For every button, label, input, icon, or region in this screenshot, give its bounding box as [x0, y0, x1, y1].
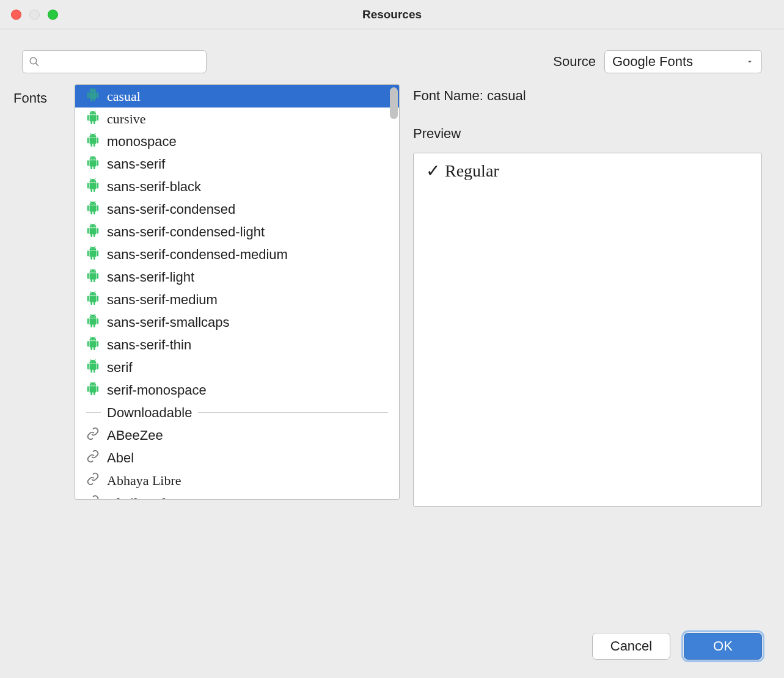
svg-line-1 — [36, 64, 38, 66]
source-label: Source — [553, 54, 596, 70]
font-item[interactable]: sans-serif-smallcaps — [75, 311, 399, 334]
minimize-window-button[interactable] — [29, 9, 40, 20]
font-item-label: Abel — [107, 450, 134, 466]
separator-line — [86, 412, 101, 413]
font-item[interactable]: Abril Fatface — [75, 492, 399, 499]
font-item-label: cursive — [107, 111, 146, 127]
android-icon — [86, 133, 100, 150]
font-item[interactable]: sans-serif-medium — [75, 288, 399, 311]
android-icon — [86, 314, 100, 331]
font-item-label: sans-serif-light — [107, 269, 194, 285]
fonts-section-label: Fonts — [13, 84, 61, 507]
link-icon — [86, 427, 100, 444]
toolbar: Source Google Fonts — [0, 29, 784, 84]
font-item[interactable]: sans-serif-light — [75, 266, 399, 288]
source-select[interactable]: Google Fonts — [604, 50, 762, 73]
font-item[interactable]: sans-serif-black — [75, 175, 399, 198]
android-icon — [86, 156, 100, 173]
source-control: Source Google Fonts — [553, 50, 762, 73]
link-icon — [86, 495, 100, 500]
font-name-label: Font Name: — [413, 88, 483, 103]
ok-button[interactable]: OK — [684, 633, 762, 660]
traffic-lights — [11, 9, 58, 20]
font-list: casualcursivemonospacesans-serifsans-ser… — [75, 84, 400, 500]
window-title: Resources — [0, 8, 784, 21]
search-input[interactable] — [43, 56, 200, 68]
font-list-scroll[interactable]: casualcursivemonospacesans-serifsans-ser… — [75, 85, 399, 499]
svg-point-0 — [30, 57, 37, 64]
check-icon: ✓ — [426, 161, 440, 181]
font-item[interactable]: Abhaya Libre — [75, 469, 399, 492]
font-item[interactable]: Abel — [75, 447, 399, 469]
android-icon — [86, 291, 100, 308]
android-icon — [86, 359, 100, 376]
cancel-button[interactable]: Cancel — [592, 633, 670, 660]
font-item-label: sans-serif-smallcaps — [107, 315, 230, 330]
android-icon — [86, 382, 100, 399]
android-icon — [86, 337, 100, 354]
font-item-label: sans-serif-thin — [107, 337, 191, 353]
preview-item[interactable]: ✓ Regular — [426, 161, 749, 181]
section-separator: Downloadable — [75, 401, 399, 424]
font-item-label: sans-serif-condensed-medium — [107, 247, 288, 263]
font-item-label: sans-serif-condensed-light — [107, 224, 265, 240]
font-item-label: sans-serif-medium — [107, 292, 218, 308]
font-item[interactable]: serif-monospace — [75, 379, 399, 401]
link-icon — [86, 472, 100, 489]
separator-line — [198, 412, 388, 413]
font-item[interactable]: sans-serif-thin — [75, 334, 399, 356]
font-item-label: monospace — [107, 134, 177, 150]
android-icon — [86, 178, 100, 195]
maximize-window-button[interactable] — [48, 9, 58, 20]
search-input-wrap[interactable] — [22, 50, 207, 73]
font-item[interactable]: monospace — [75, 130, 399, 153]
font-item[interactable]: sans-serif-condensed-light — [75, 221, 399, 243]
font-item[interactable]: sans-serif-condensed — [75, 198, 399, 221]
font-item-label: sans-serif-condensed — [107, 202, 235, 217]
font-item-label: casual — [107, 89, 141, 104]
android-icon — [86, 111, 100, 128]
close-window-button[interactable] — [11, 9, 21, 20]
link-icon — [86, 450, 100, 467]
font-item[interactable]: sans-serif-condensed-medium — [75, 243, 399, 266]
android-icon — [86, 269, 100, 286]
font-item-label: Abril Fatface — [107, 495, 183, 500]
search-icon — [29, 56, 40, 67]
font-item[interactable]: casual — [75, 85, 399, 108]
font-item-label: ABeeZee — [107, 428, 163, 443]
android-icon — [86, 201, 100, 218]
font-item-label: Abhaya Libre — [107, 473, 181, 489]
font-item[interactable]: ABeeZee — [75, 424, 399, 447]
chevron-down-icon — [746, 57, 754, 66]
title-bar: Resources — [0, 0, 784, 29]
font-item-label: sans-serif-black — [107, 179, 201, 195]
android-icon — [86, 246, 100, 263]
detail-pane: Font Name: casual Preview ✓ Regular — [413, 84, 762, 507]
separator-label: Downloadable — [107, 405, 192, 421]
android-icon — [86, 88, 100, 105]
preview-item-label: Regular — [445, 161, 499, 181]
main-content: Fonts casualcursivemonospacesans-serifsa… — [0, 84, 784, 507]
font-item[interactable]: cursive — [75, 108, 399, 130]
source-value: Google Fonts — [612, 54, 693, 70]
font-item[interactable]: serif — [75, 356, 399, 379]
font-name-value: casual — [487, 88, 526, 103]
font-item-label: serif — [107, 360, 133, 376]
font-item-label: serif-monospace — [107, 382, 207, 398]
android-icon — [86, 224, 100, 241]
scrollbar-thumb[interactable] — [390, 87, 398, 119]
footer: Cancel OK — [592, 633, 762, 660]
font-item-label: sans-serif — [107, 156, 165, 172]
font-name-row: Font Name: casual — [413, 84, 762, 104]
preview-label: Preview — [413, 126, 762, 142]
font-item[interactable]: sans-serif — [75, 153, 399, 175]
preview-box: ✓ Regular — [413, 153, 762, 507]
